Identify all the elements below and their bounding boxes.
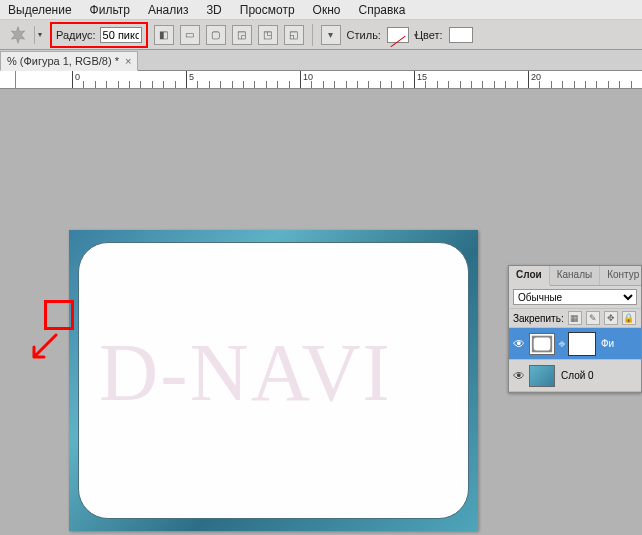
lock-position-icon[interactable]: ✥ — [604, 311, 618, 325]
ruler-origin-corner[interactable] — [0, 71, 16, 89]
ruler-tick: 10 — [300, 71, 301, 89]
style-label: Стиль: — [347, 29, 381, 41]
options-divider — [312, 24, 313, 46]
annotation-corner-highlight — [44, 300, 74, 330]
panel-tab-strip: Слои Каналы Контур — [509, 266, 641, 286]
geometry-options-button[interactable]: ▾ — [321, 25, 341, 45]
visibility-eye-icon[interactable]: 👁 — [511, 368, 527, 384]
lock-transparency-icon[interactable]: ▦ — [568, 311, 582, 325]
layer-list: 👁 ⎆ Фи 👁 Слой 0 — [509, 328, 641, 392]
vector-link-icon[interactable]: ⎆ — [557, 338, 567, 349]
layers-panel: Слои Каналы Контур Обычные Закрепить: ▦ … — [508, 265, 642, 393]
layer-name-bg[interactable]: Слой 0 — [557, 370, 639, 381]
menu-3d[interactable]: 3D — [206, 3, 221, 17]
shape-layers-mode-button[interactable]: ◧ — [154, 25, 174, 45]
blend-mode-select[interactable]: Обычные — [513, 289, 637, 305]
document-tab-bar: % (Фигура 1, RGB/8) * × — [0, 50, 642, 71]
canvas-area: D-NAVI Слои Каналы Контур Обычные Закреп… — [0, 89, 642, 535]
lock-all-icon[interactable]: 🔒 — [622, 311, 636, 325]
ruler-tick: 20 — [528, 71, 529, 89]
color-swatch[interactable] — [449, 27, 473, 43]
style-swatch[interactable]: ▾ — [387, 27, 409, 43]
options-bar: ▾ Радиус: ◧ ▭ ▢ ◲ ◳ ◱ ▾ Стиль: ▾ Цвет: — [0, 20, 642, 50]
document-tab-title: % (Фигура 1, RGB/8) * — [7, 55, 119, 67]
blend-mode-row: Обычные — [509, 286, 641, 309]
combine-intersect-button[interactable]: ◱ — [284, 25, 304, 45]
menu-selection[interactable]: Выделение — [8, 3, 72, 17]
color-label: Цвет: — [415, 29, 443, 41]
ruler-tick: 15 — [414, 71, 415, 89]
paths-mode-button[interactable]: ▭ — [180, 25, 200, 45]
visibility-eye-icon[interactable]: 👁 — [511, 336, 527, 352]
lock-pixels-icon[interactable]: ✎ — [586, 311, 600, 325]
annotation-arrow-icon — [30, 333, 58, 361]
horizontal-ruler: 05101520 — [0, 71, 642, 89]
ruler-tick: 0 — [72, 71, 73, 89]
tab-channels[interactable]: Каналы — [550, 266, 601, 285]
layer-thumb-bg[interactable] — [529, 365, 555, 387]
layer-row-shape[interactable]: 👁 ⎆ Фи — [509, 328, 641, 360]
menu-window[interactable]: Окно — [313, 3, 341, 17]
menu-view[interactable]: Просмотр — [240, 3, 295, 17]
layer-thumb-shape[interactable] — [529, 333, 555, 355]
close-icon[interactable]: × — [125, 55, 131, 67]
combine-subtract-button[interactable]: ◳ — [258, 25, 278, 45]
radius-label: Радиус: — [56, 29, 96, 41]
fill-pixels-mode-button[interactable]: ▢ — [206, 25, 226, 45]
combine-add-button[interactable]: ◲ — [232, 25, 252, 45]
lock-row: Закрепить: ▦ ✎ ✥ 🔒 — [509, 309, 641, 328]
layer-row-bg[interactable]: 👁 Слой 0 — [509, 360, 641, 392]
document-tab[interactable]: % (Фигура 1, RGB/8) * × — [0, 51, 138, 71]
tab-layers[interactable]: Слои — [509, 266, 550, 286]
main-menu-bar: Выделение Фильтр Анализ 3D Просмотр Окно… — [0, 0, 642, 20]
menu-help[interactable]: Справка — [358, 3, 405, 17]
layer-name-shape[interactable]: Фи — [597, 338, 639, 349]
menu-analysis[interactable]: Анализ — [148, 3, 189, 17]
lock-label: Закрепить: — [513, 313, 564, 324]
radius-field-group: Радиус: — [50, 22, 148, 48]
vector-mask-thumb[interactable] — [569, 333, 595, 355]
watermark-text: D-NAVI — [99, 326, 392, 420]
document-canvas[interactable]: D-NAVI — [69, 230, 478, 531]
tool-preset-dropdown[interactable]: ▾ — [34, 26, 44, 44]
ruler-tick: 5 — [186, 71, 187, 89]
menu-filter[interactable]: Фильтр — [90, 3, 130, 17]
radius-input[interactable] — [100, 27, 142, 43]
tab-paths[interactable]: Контур — [600, 266, 642, 285]
svg-rect-1 — [534, 337, 551, 350]
shape-tool-icon[interactable] — [6, 25, 30, 45]
